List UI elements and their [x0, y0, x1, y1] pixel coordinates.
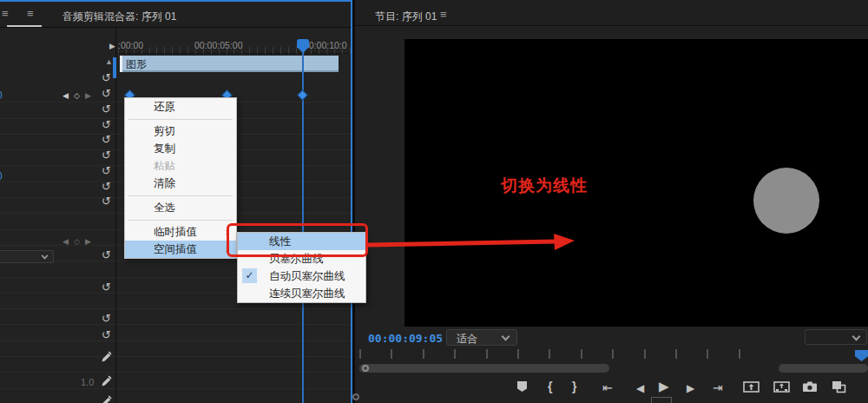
context-menu: 还原 剪切 复制 粘贴 清除 全选 临时插值 › 空间插值 › [124, 97, 237, 259]
menu-item-clear[interactable]: 清除 [125, 175, 236, 192]
reset-icon[interactable]: ↺ [102, 134, 111, 145]
panel-menu-icon[interactable]: ≡ [440, 8, 447, 21]
scrollbar-knob-icon[interactable] [352, 393, 359, 400]
tab-audio-clip-mixer[interactable]: 音频剪辑混合器: 序列 01 [62, 10, 176, 24]
menu-item-label: 还原 [154, 101, 175, 113]
menu-item-label: 全选 [154, 202, 175, 214]
ruler-label-5s: 00:00:05:00 [194, 40, 242, 50]
program-timecode[interactable]: 00:00:09:05 [368, 332, 443, 345]
premiere-window: ≡ ≡ 音频剪辑混合器: 序列 01 :00:00 00:00:05:00 00… [0, 0, 868, 403]
menu-item-spatial-interpolation[interactable]: 空间插值 › [125, 241, 236, 258]
param-value[interactable]: 0 [0, 89, 3, 102]
scroll-up-icon[interactable]: ▲ [105, 57, 113, 66]
extract-button[interactable] [773, 381, 790, 393]
submenu-item-continuous-bezier[interactable]: 连续贝塞尔曲线 [238, 285, 365, 302]
menu-item-label: 清除 [154, 177, 175, 189]
submenu-item-label: 连续贝塞尔曲线 [269, 287, 345, 300]
param-value[interactable]: 0 [0, 170, 3, 182]
reset-icon[interactable]: ↺ [102, 329, 111, 340]
prev-keyframe-button[interactable]: ◀ [62, 91, 69, 100]
play-button[interactable]: ▶ [659, 380, 669, 393]
program-scrollbar-handle[interactable] [779, 364, 868, 373]
submenu-item-label: 自动贝塞尔曲线 [269, 270, 345, 282]
reset-icon[interactable]: ↺ [102, 165, 111, 176]
play-button-underline [651, 397, 672, 403]
reset-icon[interactable]: ↺ [102, 119, 111, 130]
comparison-view-button[interactable] [832, 380, 846, 393]
tab-program[interactable]: 节目: 序列 01 [375, 10, 437, 24]
chevron-down-icon [42, 253, 49, 260]
playback-resolution-dropdown[interactable] [805, 329, 867, 345]
prev-keyframe-button[interactable]: ◀ [62, 237, 69, 246]
program-time-ruler[interactable] [359, 349, 759, 359]
program-scrollbar-handle[interactable] [359, 364, 609, 373]
panel-focus-border-top [0, 0, 353, 2]
go-to-out-button[interactable]: ⇥ [713, 380, 723, 394]
scrollbar-knob-icon[interactable] [362, 365, 369, 372]
panel-menu-icon[interactable]: ≡ [2, 7, 9, 20]
chevron-down-icon [502, 333, 510, 341]
reset-icon[interactable]: ↺ [102, 103, 111, 115]
column-divider [115, 29, 116, 403]
eyedropper-icon[interactable] [101, 375, 113, 387]
step-back-button[interactable]: ◀ [636, 381, 644, 395]
reset-icon[interactable]: ↺ [102, 249, 111, 261]
expand-arrow-icon[interactable]: ▶ [109, 42, 115, 50]
annotation-red-box [227, 223, 368, 257]
ruler-label-0: :00:00 [118, 40, 143, 50]
reset-icon[interactable]: ↺ [102, 195, 111, 207]
menu-item-label: 粘贴 [154, 160, 175, 172]
reset-icon[interactable]: ↺ [102, 181, 111, 192]
playhead-grip-point [297, 47, 309, 53]
menu-item-label: 空间插值 [154, 243, 197, 255]
menu-item-undo[interactable]: 还原 [125, 98, 236, 116]
clip-label: 图形 [126, 57, 147, 72]
clip-bar[interactable]: 图形 [120, 56, 339, 72]
reset-icon[interactable]: ↺ [102, 281, 111, 293]
reset-icon[interactable]: ↺ [102, 72, 111, 83]
reset-icon[interactable]: ↺ [102, 149, 111, 161]
menu-separator [125, 192, 236, 199]
mark-in-button[interactable]: { [548, 380, 552, 393]
panel-menu-icon[interactable]: ≡ [27, 7, 34, 20]
add-keyframe-button[interactable]: ◇ [74, 91, 80, 100]
menu-item-paste: 粘贴 [125, 157, 236, 175]
export-frame-button[interactable] [802, 381, 818, 393]
next-keyframe-button[interactable]: ▶ [85, 237, 91, 246]
menu-item-label: 临时插值 [154, 226, 197, 238]
reset-icon[interactable]: ↺ [102, 88, 111, 99]
zoom-level-dropdown[interactable]: 适合 [446, 329, 517, 346]
clip-left-edge [120, 56, 122, 72]
blend-mode-dropdown[interactable] [0, 250, 54, 263]
left-column [0, 29, 115, 403]
menu-item-label: 剪切 [154, 125, 175, 137]
go-to-in-button[interactable]: ⇤ [602, 380, 613, 394]
menu-item-label: 复制 [154, 142, 175, 155]
menu-separator [125, 116, 236, 122]
check-icon: ✓ [242, 268, 257, 283]
lift-button[interactable] [743, 381, 760, 393]
add-keyframe-button[interactable]: ◇ [74, 237, 80, 246]
annotation-text: 切换为线性 [501, 175, 588, 197]
reset-icon[interactable]: ↺ [102, 313, 111, 324]
mini-scrollbar-thumb[interactable] [113, 57, 116, 78]
submenu-item-auto-bezier[interactable]: ✓ 自动贝塞尔曲线 [238, 268, 365, 285]
ruler-label-10s: 00:00:10:0 [304, 40, 347, 50]
next-keyframe-button[interactable]: ▶ [85, 91, 91, 100]
active-tab-underline [7, 25, 42, 27]
menu-item-copy[interactable]: 复制 [125, 140, 236, 157]
menu-item-temporal-interpolation[interactable]: 临时插值 › [125, 223, 236, 241]
menu-separator [125, 216, 236, 223]
annotation-arrow [368, 228, 576, 255]
mark-out-button[interactable]: } [572, 380, 576, 393]
zoom-level-value: 适合 [457, 332, 477, 347]
video-circle-shape [753, 168, 819, 234]
step-forward-button[interactable]: ▶ [687, 381, 694, 395]
eyedropper-icon[interactable] [101, 395, 113, 403]
menu-item-cut[interactable]: 剪切 [125, 122, 236, 140]
eyedropper-icon[interactable] [101, 351, 113, 363]
opacity-value[interactable]: 1.0 [81, 377, 94, 387]
chevron-down-icon [852, 333, 861, 341]
menu-item-select-all[interactable]: 全选 [125, 199, 236, 216]
